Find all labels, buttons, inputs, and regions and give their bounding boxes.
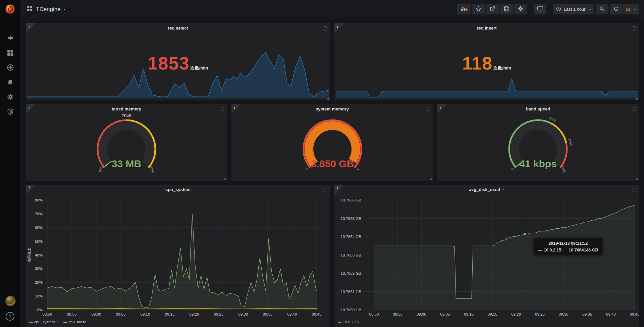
panel-resize-handle[interactable]	[635, 177, 638, 180]
svg-text:3.850 GB: 3.850 GB	[311, 158, 354, 169]
clock-icon	[556, 6, 561, 12]
info-corner-icon[interactable]	[26, 104, 36, 114]
svg-text:09:10: 09:10	[464, 312, 474, 316]
panel-title[interactable]: req insert	[334, 23, 639, 33]
info-corner-icon[interactable]	[231, 104, 241, 114]
svg-text:08:55: 08:55	[393, 312, 402, 316]
svg-text:10.7664 GB: 10.7664 GB	[341, 235, 362, 239]
svg-text:70%: 70%	[35, 212, 43, 216]
info-corner-icon[interactable]	[437, 104, 447, 114]
sidebar-nav	[0, 35, 20, 116]
refresh-interval-label: 5s	[626, 7, 631, 12]
panel-title[interactable]: avg_disk_used	[334, 185, 639, 194]
panel-title[interactable]: taosd memery	[26, 104, 227, 113]
series-color-dash	[538, 250, 542, 251]
svg-text:09:20: 09:20	[190, 312, 199, 316]
user-avatar[interactable]	[5, 295, 16, 306]
time-range-picker[interactable]: Last 1 hour	[553, 4, 594, 14]
panel-title[interactable]: cpu_system	[26, 185, 330, 194]
sidebar-item-configuration[interactable]	[7, 94, 14, 101]
dashboard-title: TDengine	[36, 6, 61, 13]
req-insert-value: 118 次数/min	[334, 53, 639, 74]
svg-text:09:05: 09:05	[440, 312, 450, 316]
info-corner-icon[interactable]	[334, 185, 344, 195]
help-icon[interactable]: ?	[6, 312, 14, 321]
graph-tooltip: 2019-11-13 09:21:52 10.0.2.15: 10.766414…	[534, 238, 602, 255]
panel-resize-handle[interactable]	[635, 97, 638, 100]
chevron-down-icon	[63, 9, 66, 10]
sidebar-item-create[interactable]	[7, 35, 14, 42]
panel-title[interactable]: req select	[26, 23, 330, 33]
panel-taosd-memory: i taosd memery 0802048409633 MB	[26, 104, 227, 181]
svg-text:09:35: 09:35	[263, 312, 273, 316]
panel-resize-handle[interactable]	[223, 177, 226, 180]
time-range-label: Last 1 hour	[564, 7, 585, 12]
info-corner-icon[interactable]	[334, 23, 344, 33]
info-corner-icon[interactable]	[26, 23, 36, 33]
sidebar-item-dashboards[interactable]	[7, 50, 14, 57]
svg-text:0%: 0%	[37, 308, 43, 312]
navbar: TDengine	[20, 0, 644, 18]
svg-text:09:40: 09:40	[287, 312, 297, 316]
zoom-out-button[interactable]	[596, 4, 608, 14]
star-button[interactable]	[472, 4, 485, 14]
legend-item[interactable]: cpu_taosd	[63, 320, 86, 324]
cycle-view-mode-button[interactable]	[534, 4, 546, 14]
svg-text:60%: 60%	[35, 226, 43, 230]
navbar-actions: Last 1 hour 5s	[456, 4, 639, 14]
refresh-icon	[613, 6, 619, 12]
panel-system-memory: i system memory 043.850 GB	[231, 104, 433, 181]
svg-text:09:15: 09:15	[165, 312, 175, 316]
avg-disk-used-chart[interactable]: 08:5008:5509:0009:0509:1009:1509:2009:25…	[334, 185, 639, 327]
panel-band-speed: i band speed 049166554819241 kbps	[437, 104, 639, 181]
cpu-system-chart[interactable]: 08:5008:5509:0009:0509:1009:1509:2009:25…	[26, 185, 330, 327]
grafana-logo[interactable]	[4, 3, 16, 15]
svg-text:09:35: 09:35	[582, 312, 592, 316]
tooltip-value: 10.7664146 GB	[569, 248, 598, 252]
svg-text:09:00: 09:00	[92, 312, 101, 316]
svg-text:0: 0	[511, 168, 515, 171]
svg-text:30%: 30%	[35, 267, 43, 271]
tooltip-series-name: 10.0.2.15:	[544, 248, 562, 252]
dashboards-grid-icon	[7, 50, 13, 57]
sidebar-item-alerting[interactable]	[7, 80, 14, 86]
info-corner-icon[interactable]	[26, 185, 36, 195]
svg-text:09:25: 09:25	[214, 312, 224, 316]
loading-spinner-icon	[632, 107, 636, 111]
share-button[interactable]	[486, 4, 499, 14]
loading-spinner-icon	[632, 26, 636, 31]
dashboard-settings-button[interactable]	[514, 4, 527, 14]
panel-title[interactable]: system memory	[231, 104, 433, 113]
panel-avg-disk-used: i avg_disk_used 08:5008:5509:0009:0509:1…	[334, 185, 639, 327]
panel-title[interactable]: band speed	[437, 104, 639, 113]
req-select-value: 1853 次数/min	[26, 53, 330, 74]
add-panel-button[interactable]	[457, 4, 471, 14]
legend-item[interactable]: cpu_system11	[29, 320, 59, 324]
svg-text:10.7665 GB: 10.7665 GB	[341, 217, 362, 221]
save-button[interactable]	[500, 4, 513, 14]
panel-req-select: i req select 1853 次数/min	[26, 23, 330, 100]
legend-item[interactable]: 10.0.2.15	[338, 320, 359, 324]
system-memory-gauge: 043.850 GB	[231, 113, 433, 180]
panel-resize-handle[interactable]	[326, 97, 329, 100]
panel-resize-handle[interactable]	[429, 177, 432, 180]
svg-text:09:25: 09:25	[535, 312, 545, 316]
loading-spinner-icon	[426, 107, 430, 111]
plus-icon	[7, 35, 13, 42]
svg-text:20%: 20%	[35, 280, 43, 284]
sidebar-item-server-admin[interactable]	[7, 109, 14, 116]
svg-text:09:45: 09:45	[630, 312, 639, 316]
dashboard-picker[interactable]: TDengine	[26, 6, 66, 13]
svg-text:40%: 40%	[35, 253, 43, 257]
sidebar-item-explore[interactable]	[7, 65, 14, 72]
svg-text:08:55: 08:55	[67, 312, 77, 316]
svg-text:33 MB: 33 MB	[112, 158, 141, 169]
svg-text:10%: 10%	[35, 294, 43, 298]
svg-text:10.7661 GB: 10.7661 GB	[341, 290, 362, 294]
refresh-interval-picker[interactable]: 5s	[623, 4, 639, 14]
sidebar: ?	[0, 0, 20, 327]
series-color-dash	[29, 322, 33, 323]
loading-spinner-icon	[632, 188, 636, 192]
svg-text:09:15: 09:15	[488, 312, 497, 316]
refresh-button[interactable]	[610, 4, 623, 14]
